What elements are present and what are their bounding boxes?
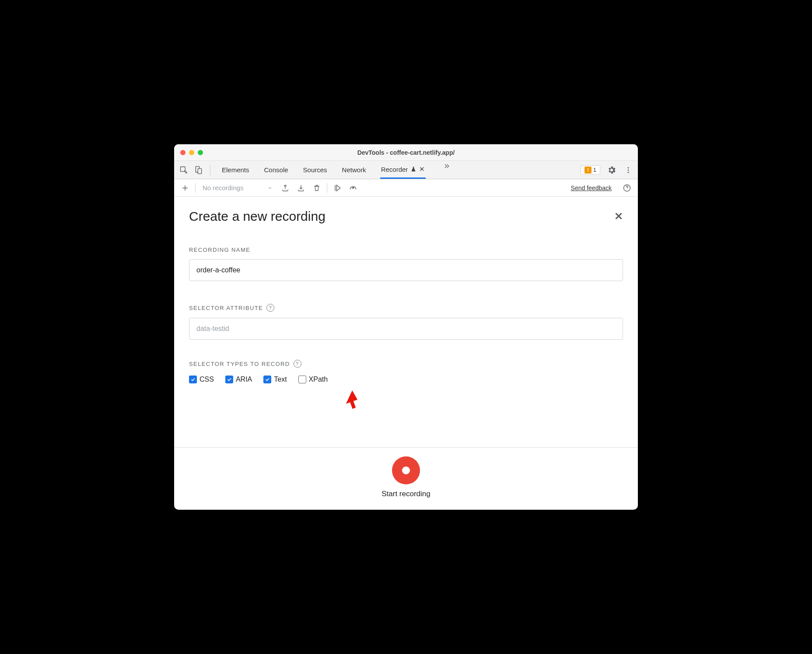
selector-attribute-input[interactable]: [189, 318, 623, 340]
svg-rect-2: [198, 168, 201, 174]
kebab-menu-icon[interactable]: [623, 165, 634, 175]
tab-console[interactable]: Console: [263, 161, 289, 179]
recording-name-label: RECORDING NAME: [189, 247, 623, 253]
selector-type-xpath[interactable]: XPath: [298, 376, 328, 383]
selector-type-aria[interactable]: ARIA: [225, 376, 252, 383]
export-icon[interactable]: [280, 182, 291, 194]
start-recording-button[interactable]: [392, 456, 420, 484]
inspect-element-icon[interactable]: [178, 165, 189, 175]
warnings-badge[interactable]: ! 1: [581, 165, 600, 175]
more-tabs-icon[interactable]: [441, 161, 452, 171]
page-title: Create a new recording: [189, 209, 326, 224]
devtools-window: DevTools - coffee-cart.netlify.app/ Elem…: [174, 144, 638, 510]
selector-type-text[interactable]: Text: [263, 376, 287, 383]
close-panel-icon[interactable]: ✕: [614, 210, 623, 223]
replay-icon[interactable]: [332, 182, 343, 194]
warning-icon: !: [584, 167, 592, 174]
record-icon: [402, 466, 410, 474]
add-recording-icon[interactable]: [179, 182, 191, 194]
start-recording-label: Start recording: [382, 490, 430, 498]
recording-name-input[interactable]: [189, 259, 623, 281]
recorder-footer: Start recording: [174, 447, 638, 510]
svg-point-5: [628, 171, 629, 173]
device-toolbar-icon[interactable]: [193, 165, 204, 175]
svg-point-6: [353, 187, 354, 188]
tab-elements[interactable]: Elements: [221, 161, 250, 179]
send-feedback-link[interactable]: Send feedback: [571, 184, 612, 191]
selector-attribute-label: SELECTOR ATTRIBUTE: [189, 305, 263, 311]
performance-icon[interactable]: [347, 182, 359, 194]
recordings-dropdown[interactable]: No recordings: [200, 184, 275, 191]
recorder-form: Create a new recording ✕ RECORDING NAME …: [174, 197, 638, 447]
tab-sources[interactable]: Sources: [302, 161, 328, 179]
window-title: DevTools - coffee-cart.netlify.app/: [174, 149, 638, 156]
selector-types-label: SELECTOR TYPES TO RECORD: [189, 361, 290, 367]
svg-point-4: [628, 169, 629, 170]
selector-type-css[interactable]: CSS: [189, 376, 214, 383]
help-icon[interactable]: [621, 182, 633, 194]
delete-icon[interactable]: [311, 182, 322, 194]
close-tab-icon[interactable]: ✕: [419, 165, 425, 173]
selector-attribute-help-icon[interactable]: ?: [266, 304, 274, 312]
tab-network[interactable]: Network: [341, 161, 367, 179]
import-icon[interactable]: [295, 182, 307, 194]
chevron-down-icon: [267, 185, 273, 191]
annotation-arrow-icon: [336, 386, 364, 414]
settings-icon[interactable]: [606, 165, 617, 175]
experiment-icon: [410, 166, 416, 172]
titlebar: DevTools - coffee-cart.netlify.app/: [174, 144, 638, 161]
tab-recorder[interactable]: Recorder ✕: [380, 161, 426, 179]
recorder-toolbar: No recordings Send feedback: [174, 179, 638, 197]
devtools-tabbar: Elements Console Sources Network Recorde…: [174, 161, 638, 179]
selector-types-help-icon[interactable]: ?: [294, 360, 301, 368]
svg-point-3: [628, 167, 629, 168]
